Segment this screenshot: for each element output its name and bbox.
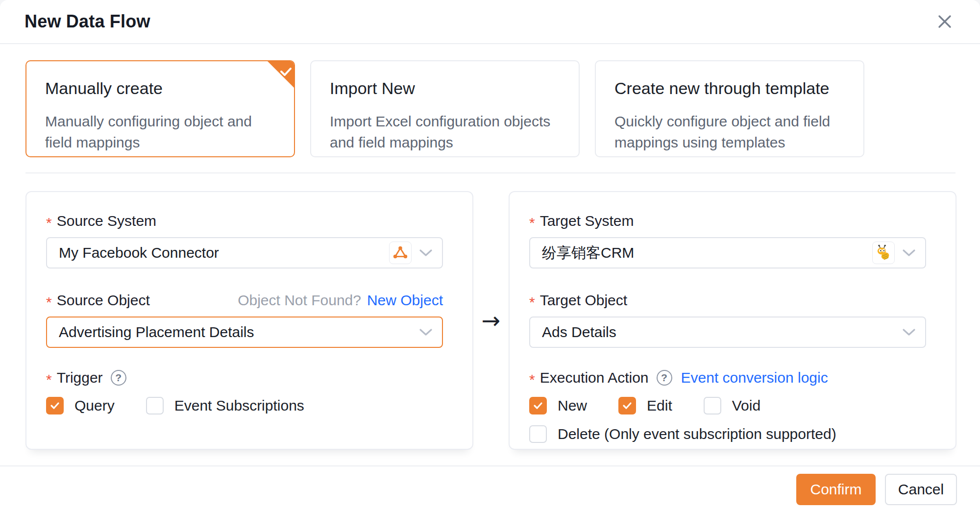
chevron-down-icon — [902, 248, 916, 257]
checkbox-unchecked-icon — [146, 397, 164, 414]
target-system-select[interactable]: 纷享销客CRM — [529, 237, 926, 268]
target-system-value: 纷享销客CRM — [542, 243, 872, 263]
target-object-select[interactable]: Ads Details — [529, 317, 926, 348]
checkbox-void[interactable]: Void — [704, 397, 760, 414]
object-not-found-hint: Object Not Found? — [238, 292, 361, 309]
execution-action-options-row1: New Edit Void — [529, 397, 936, 414]
mode-cards-section: Manually create Manually configuring obj… — [0, 44, 980, 173]
chevron-down-icon — [418, 248, 433, 257]
chevron-down-icon — [418, 328, 433, 337]
checkbox-new[interactable]: New — [529, 397, 587, 414]
flow-direction: → — [473, 191, 509, 450]
checkbox-edit[interactable]: Edit — [618, 397, 672, 414]
dialog-footer: Confirm Cancel — [0, 465, 980, 512]
trigger-options: Query Event Subscriptions — [46, 397, 453, 414]
required-marker: * — [46, 215, 52, 231]
target-object-value: Ads Details — [542, 324, 902, 341]
event-conversion-logic-link[interactable]: Event conversion logic — [681, 369, 828, 386]
checkbox-checked-icon — [618, 397, 636, 414]
card-title: Manually create — [45, 79, 275, 98]
new-object-link[interactable]: New Object — [367, 292, 443, 309]
card-description: Import Excel configuration objects and f… — [330, 111, 560, 153]
source-object-select[interactable]: Advertising Placement Details — [46, 317, 443, 348]
dialog-header: New Data Flow — [0, 0, 980, 44]
bee-mascot-icon — [872, 242, 895, 264]
source-system-value: My Facebook Connector — [59, 244, 389, 261]
checkbox-checked-icon — [46, 397, 64, 414]
target-panel: * Target System 纷享销客CRM — [509, 191, 956, 450]
source-object-value: Advertising Placement Details — [59, 324, 418, 341]
checkbox-event-subscriptions[interactable]: Event Subscriptions — [146, 397, 304, 414]
required-marker: * — [529, 215, 535, 231]
card-title: Import New — [330, 79, 560, 98]
confirm-button[interactable]: Confirm — [796, 474, 876, 505]
checkbox-query[interactable]: Query — [46, 397, 115, 414]
target-system-label: * Target System — [529, 211, 926, 231]
card-import-new[interactable]: Import New Import Excel configuration ob… — [310, 60, 580, 157]
card-description: Manually configuring object and field ma… — [45, 111, 275, 153]
card-create-through-template[interactable]: Create new through template Quickly conf… — [595, 60, 864, 157]
execution-action-help-icon[interactable]: ? — [657, 370, 672, 386]
execution-action-options-row2: Delete (Only event subscription supporte… — [529, 425, 936, 443]
connector-triangle-icon — [389, 242, 412, 264]
chevron-down-icon — [902, 328, 916, 337]
mapping-form: * Source System My Facebook Connector * — [0, 173, 980, 465]
checkbox-unchecked-icon — [529, 425, 547, 443]
selected-check-icon — [267, 60, 295, 89]
source-system-label: * Source System — [46, 211, 443, 231]
source-system-select[interactable]: My Facebook Connector — [46, 237, 443, 268]
required-marker: * — [46, 371, 52, 388]
cancel-button[interactable]: Cancel — [885, 474, 957, 505]
required-marker: * — [529, 371, 535, 388]
checkbox-unchecked-icon — [704, 397, 721, 414]
card-description: Quickly configure object and field mappi… — [614, 111, 845, 153]
required-marker: * — [529, 294, 535, 311]
required-marker: * — [46, 294, 52, 311]
execution-action-label: * Execution Action ? Event conversion lo… — [529, 367, 936, 388]
trigger-label: * Trigger ? — [46, 367, 453, 388]
close-icon[interactable] — [934, 11, 956, 32]
checkbox-delete[interactable]: Delete (Only event subscription supporte… — [529, 425, 836, 443]
card-title: Create new through template — [614, 79, 845, 98]
card-manually-create[interactable]: Manually create Manually configuring obj… — [25, 60, 295, 157]
checkbox-checked-icon — [529, 397, 547, 414]
source-panel: * Source System My Facebook Connector * — [25, 191, 473, 450]
new-data-flow-dialog: New Data Flow Manually create Manually c… — [0, 0, 980, 512]
source-object-label: * Source Object Object Not Found? New Ob… — [46, 290, 443, 311]
dialog-title: New Data Flow — [24, 11, 150, 32]
target-object-label: * Target Object — [529, 290, 926, 311]
trigger-help-icon[interactable]: ? — [111, 370, 126, 386]
right-arrow-icon: → — [482, 307, 501, 334]
